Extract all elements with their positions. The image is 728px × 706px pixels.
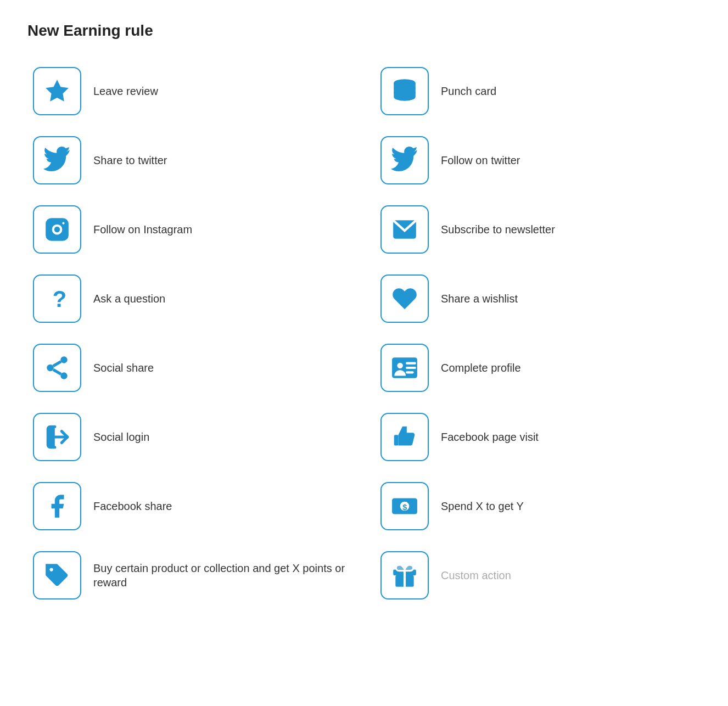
svg-line-7 <box>53 362 61 366</box>
svg-point-18 <box>49 568 53 571</box>
page-title: New Earning rule <box>27 22 701 40</box>
money-icon-spend-x: $ <box>380 482 429 530</box>
rule-label-follow-twitter: Follow on twitter <box>441 153 520 167</box>
rule-label-share-wishlist: Share a wishlist <box>441 292 518 306</box>
rule-label-facebook-visit: Facebook page visit <box>441 430 539 444</box>
twitter-icon-follow-twitter <box>380 136 429 184</box>
rule-label-share-twitter: Share to twitter <box>93 153 167 167</box>
instagram-icon-follow-instagram <box>33 205 81 254</box>
svg-line-6 <box>53 369 61 374</box>
svg-point-3 <box>62 222 64 224</box>
heart-icon-share-wishlist <box>380 274 429 323</box>
svg-text:?: ? <box>53 286 66 312</box>
rule-item-custom-action[interactable]: Custom action <box>375 543 701 607</box>
rule-item-leave-review[interactable]: Leave review <box>27 59 353 123</box>
rule-label-custom-action: Custom action <box>441 568 511 582</box>
twitter-icon-share-twitter <box>33 136 81 184</box>
rule-item-social-login[interactable]: Social login <box>27 405 353 469</box>
svg-rect-1 <box>46 218 69 241</box>
rule-item-complete-profile[interactable]: Complete profile <box>375 336 701 400</box>
svg-text:$: $ <box>402 503 407 512</box>
rule-label-facebook-share: Facebook share <box>93 499 172 513</box>
rule-item-follow-twitter[interactable]: Follow on twitter <box>375 128 701 192</box>
rule-label-follow-instagram: Follow on Instagram <box>93 222 192 237</box>
rule-label-buy-product: Buy certain product or collection and ge… <box>93 561 348 590</box>
rule-item-share-twitter[interactable]: Share to twitter <box>27 128 353 192</box>
facebook-icon-facebook-share <box>33 482 81 530</box>
share-icon-social-share <box>33 344 81 392</box>
rule-label-subscribe-newsletter: Subscribe to newsletter <box>441 222 555 237</box>
star-icon-leave-review <box>33 67 81 115</box>
envelope-icon-subscribe-newsletter <box>380 205 429 254</box>
rule-label-spend-x: Spend X to get Y <box>441 499 524 513</box>
question-icon-ask-question: ? <box>33 274 81 323</box>
rule-item-buy-product[interactable]: Buy certain product or collection and ge… <box>27 543 353 607</box>
svg-rect-14 <box>394 435 399 445</box>
login-icon-social-login <box>33 413 81 461</box>
rule-label-social-share: Social share <box>93 361 154 375</box>
rule-item-spend-x[interactable]: $ Spend X to get Y <box>375 474 701 538</box>
rule-item-ask-question[interactable]: ? Ask a question <box>27 267 353 330</box>
rule-item-follow-instagram[interactable]: Follow on Instagram <box>27 198 353 261</box>
thumbup-icon-facebook-visit <box>380 413 429 461</box>
svg-point-9 <box>397 363 402 368</box>
gift-icon-custom-action <box>380 551 429 599</box>
rule-item-facebook-share[interactable]: Facebook share <box>27 474 353 538</box>
rule-label-leave-review: Leave review <box>93 84 158 98</box>
rule-label-ask-question: Ask a question <box>93 292 165 306</box>
rule-label-social-login: Social login <box>93 430 149 444</box>
rule-label-punch-card: Punch card <box>441 84 496 98</box>
rules-grid: Leave review Punch card Share to twitter… <box>27 59 701 607</box>
database-icon-punch-card <box>380 67 429 115</box>
rule-item-social-share[interactable]: Social share <box>27 336 353 400</box>
rule-item-facebook-visit[interactable]: Facebook page visit <box>375 405 701 469</box>
tag-icon-buy-product <box>33 551 81 599</box>
rule-item-share-wishlist[interactable]: Share a wishlist <box>375 267 701 330</box>
rule-item-subscribe-newsletter[interactable]: Subscribe to newsletter <box>375 198 701 261</box>
rule-item-punch-card[interactable]: Punch card <box>375 59 701 123</box>
rule-label-complete-profile: Complete profile <box>441 361 521 375</box>
profile-icon-complete-profile <box>380 344 429 392</box>
